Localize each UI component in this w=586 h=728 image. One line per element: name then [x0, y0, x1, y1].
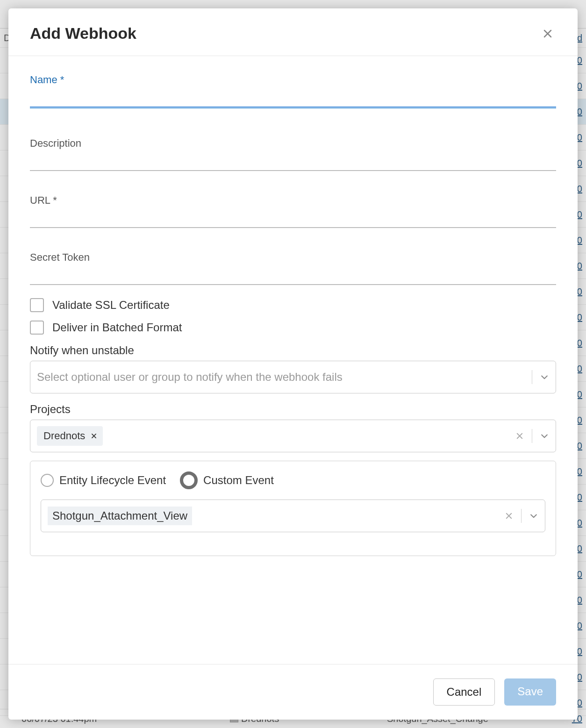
description-input[interactable] — [30, 150, 556, 171]
separator — [532, 370, 532, 384]
name-input[interactable] — [30, 87, 556, 107]
modal-title: Add Webhook — [30, 24, 136, 43]
custom-event-value: Shotgun_Attachment_View — [48, 507, 192, 525]
close-icon — [505, 512, 513, 520]
radio-entity-lifecycle[interactable]: Entity Lifecycle Event — [41, 474, 166, 487]
description-field: Description — [30, 137, 556, 171]
batched-format-checkbox[interactable] — [30, 321, 44, 335]
custom-event-clear[interactable] — [502, 509, 515, 522]
chevron-down-icon — [529, 511, 538, 521]
projects-label: Projects — [30, 403, 556, 416]
cancel-button[interactable]: Cancel — [433, 678, 495, 706]
notify-dropdown-toggle[interactable] — [538, 371, 551, 384]
radio-custom-event-label: Custom Event — [203, 474, 274, 487]
event-radio-group: Entity Lifecycle Event Custom Event — [41, 471, 545, 489]
notify-select[interactable]: Select optional user or group to notify … — [30, 361, 556, 393]
project-chip-remove[interactable] — [90, 432, 98, 440]
batched-format-label: Deliver in Batched Format — [52, 321, 182, 334]
projects-select[interactable]: Drednots — [30, 420, 556, 452]
separator — [532, 429, 532, 443]
url-input[interactable] — [30, 207, 556, 228]
project-chip-label: Drednots — [43, 430, 85, 442]
close-button[interactable] — [539, 25, 556, 42]
projects-clear[interactable] — [513, 429, 526, 443]
validate-ssl-checkbox[interactable] — [30, 298, 44, 312]
radio-icon — [180, 471, 198, 489]
url-label: URL * — [30, 194, 556, 207]
close-icon — [515, 432, 524, 440]
chevron-down-icon — [540, 431, 549, 441]
close-icon — [542, 28, 553, 39]
notify-placeholder: Select optional user or group to notify … — [37, 371, 523, 384]
radio-icon — [41, 474, 54, 487]
url-field: URL * — [30, 194, 556, 228]
event-panel: Entity Lifecycle Event Custom Event Shot… — [30, 461, 556, 556]
add-webhook-modal: Add Webhook Name * Description URL * — [8, 8, 578, 720]
validate-ssl-label: Validate SSL Certificate — [52, 299, 170, 312]
close-icon — [91, 433, 97, 439]
name-label: Name * — [30, 74, 556, 86]
custom-event-dropdown-toggle[interactable] — [527, 509, 540, 522]
radio-entity-lifecycle-label: Entity Lifecycle Event — [59, 474, 166, 487]
notify-label: Notify when unstable — [30, 344, 556, 357]
save-button[interactable]: Save — [504, 678, 556, 706]
chevron-down-icon — [540, 372, 549, 382]
secret-token-input[interactable] — [30, 264, 556, 285]
description-label: Description — [30, 137, 556, 150]
separator — [521, 509, 522, 523]
modal-footer: Cancel Save — [8, 664, 578, 720]
name-field: Name * — [30, 74, 556, 107]
secret-token-field: Secret Token — [30, 251, 556, 285]
custom-event-select[interactable]: Shotgun_Attachment_View — [41, 500, 545, 532]
project-chip: Drednots — [37, 426, 103, 446]
secret-token-label: Secret Token — [30, 251, 556, 264]
batched-format-row[interactable]: Deliver in Batched Format — [30, 321, 556, 335]
projects-dropdown-toggle[interactable] — [538, 429, 551, 443]
radio-custom-event[interactable]: Custom Event — [180, 471, 274, 489]
validate-ssl-row[interactable]: Validate SSL Certificate — [30, 298, 556, 312]
modal-header: Add Webhook — [8, 8, 578, 56]
modal-body: Name * Description URL * Secret Token Va… — [8, 56, 578, 664]
